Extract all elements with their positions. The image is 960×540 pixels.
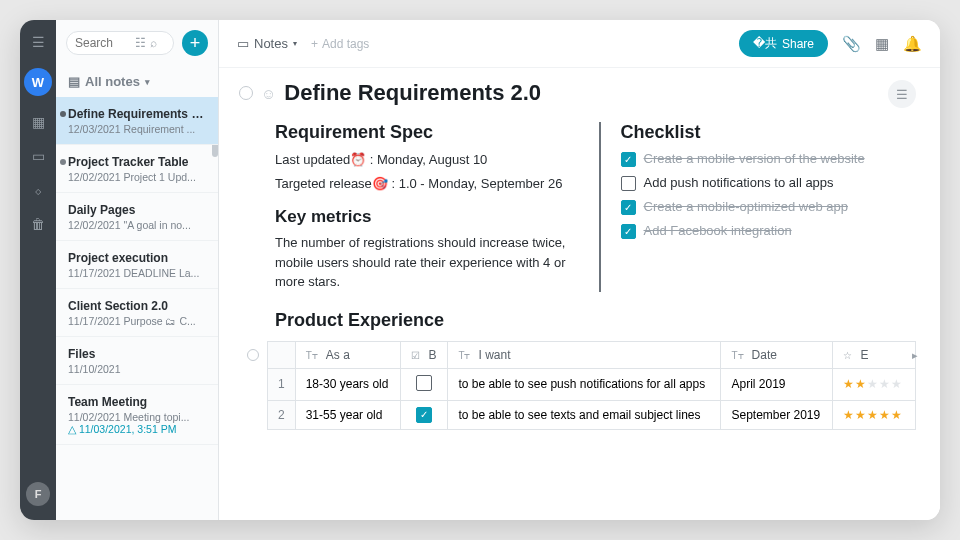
left-rail: ☰ W ▦ ▭ ⬦ 🗑 F — [20, 20, 56, 520]
menu-icon[interactable]: ☰ — [32, 34, 45, 50]
doc-title: Define Requirements 2.0 — [284, 80, 541, 106]
table-row[interactable]: 2 31-55 year old ✓ to be able to see tex… — [268, 400, 916, 429]
note-item[interactable]: Client Section 2.011/17/2021 Purpose 🗂 C… — [56, 289, 218, 337]
chevron-down-icon: ▾ — [293, 39, 297, 48]
folder-icon[interactable]: ▭ — [32, 148, 45, 164]
table-header[interactable]: TᴛI want — [448, 341, 721, 368]
table-handle-icon[interactable] — [247, 349, 259, 361]
table-wrapper: ▸ TᴛAs a☑BTᴛI wantTᴛDate☆E 1 18-30 years… — [251, 341, 916, 430]
metrics-heading: Key metrics — [275, 207, 571, 227]
spec-heading: Requirement Spec — [275, 122, 571, 143]
spec-updated: Last updated⏰ : Monday, August 10 — [275, 151, 571, 169]
checkbox-icon[interactable]: ✓ — [621, 224, 636, 239]
checklist-item[interactable]: ✓Create a mobile version of the website — [621, 151, 917, 167]
spec-release: Targeted release🎯 : 1.0 - Monday, Septem… — [275, 175, 571, 193]
share-icon: �共 — [753, 35, 777, 52]
table-header[interactable]: ☑B — [401, 341, 448, 368]
metrics-body: The number of registrations should incre… — [275, 233, 571, 292]
plus-icon: + — [311, 37, 318, 51]
checkbox-icon[interactable] — [416, 375, 432, 391]
user-avatar[interactable]: F — [26, 482, 50, 506]
status-circle-icon[interactable] — [239, 86, 253, 100]
add-tags-label: Add tags — [322, 37, 369, 51]
search-icon[interactable]: ⌕ — [150, 36, 157, 50]
search-input[interactable] — [75, 36, 135, 50]
all-notes-dropdown[interactable]: ▤ All notes ▾ — [56, 66, 218, 97]
emoji-picker-icon[interactable]: ☺ — [261, 85, 276, 102]
experience-heading: Product Experience — [275, 310, 916, 331]
bell-icon[interactable]: 🔔 — [903, 35, 922, 53]
note-item[interactable]: Daily Pages12/02/2021 "A goal in no... — [56, 193, 218, 241]
all-notes-label: All notes — [85, 74, 140, 89]
add-note-button[interactable]: + — [182, 30, 208, 56]
tag-icon[interactable]: ⬦ — [34, 182, 42, 198]
note-item[interactable]: Project Tracker Table12/02/2021 Project … — [56, 145, 218, 193]
checkbox-icon[interactable] — [621, 176, 636, 191]
apps-icon[interactable]: ▦ — [875, 35, 889, 53]
note-item[interactable]: Files11/10/2021 — [56, 337, 218, 385]
trash-icon[interactable]: 🗑 — [31, 216, 45, 232]
table-header[interactable]: TᴛAs a — [295, 341, 401, 368]
note-item[interactable]: Team Meeting11/02/2021 Meeting topi...△ … — [56, 385, 218, 445]
add-tags-button[interactable]: + Add tags — [311, 37, 369, 51]
note-item[interactable]: Define Requirements 2.012/03/2021 Requir… — [56, 97, 218, 145]
checklist-item[interactable]: Add push notifications to all apps — [621, 175, 917, 191]
chevron-down-icon: ▾ — [145, 77, 150, 87]
checklist-heading: Checklist — [621, 122, 917, 143]
note-item[interactable]: Project execution11/17/2021 DEADLINE La.… — [56, 241, 218, 289]
doc-menu-button[interactable]: ☰ — [888, 80, 916, 108]
checklist-item[interactable]: ✓Create a mobile-optimized web app — [621, 199, 917, 215]
checkbox-icon[interactable]: ✓ — [416, 407, 432, 423]
notes-stack-icon: ▤ — [68, 74, 80, 89]
sidebar: ☷⌕ + ▤ All notes ▾ Define Requirements 2… — [56, 20, 219, 520]
experience-table: TᴛAs a☑BTᴛI wantTᴛDate☆E 1 18-30 years o… — [267, 341, 916, 430]
checkbox-icon[interactable]: ✓ — [621, 200, 636, 215]
share-label: Share — [782, 37, 814, 51]
grid-icon[interactable]: ▦ — [32, 114, 45, 130]
content-area: ▭ Notes ▾ + Add tags �共 Share 📎 ▦ 🔔 ☰ ☺ … — [219, 20, 940, 520]
document: ☰ ☺ Define Requirements 2.0 Requirement … — [219, 68, 940, 520]
table-row[interactable]: 1 18-30 years old to be able to see push… — [268, 368, 916, 400]
note-list: Define Requirements 2.012/03/2021 Requir… — [56, 97, 218, 520]
table-header[interactable]: ☆E — [833, 341, 916, 368]
checklist-item[interactable]: ✓Add Facebook integration — [621, 223, 917, 239]
topbar: ▭ Notes ▾ + Add tags �共 Share 📎 ▦ 🔔 — [219, 20, 940, 68]
attachment-icon[interactable]: 📎 — [842, 35, 861, 53]
share-button[interactable]: �共 Share — [739, 30, 828, 57]
workspace-avatar[interactable]: W — [24, 68, 52, 96]
breadcrumb-label: Notes — [254, 36, 288, 51]
folder-icon: ▭ — [237, 36, 249, 51]
table-header[interactable]: TᴛDate — [721, 341, 833, 368]
breadcrumb[interactable]: ▭ Notes ▾ — [237, 36, 297, 51]
filter-icon[interactable]: ☷ — [135, 36, 146, 50]
checkbox-icon[interactable]: ✓ — [621, 152, 636, 167]
search-box[interactable]: ☷⌕ — [66, 31, 174, 55]
